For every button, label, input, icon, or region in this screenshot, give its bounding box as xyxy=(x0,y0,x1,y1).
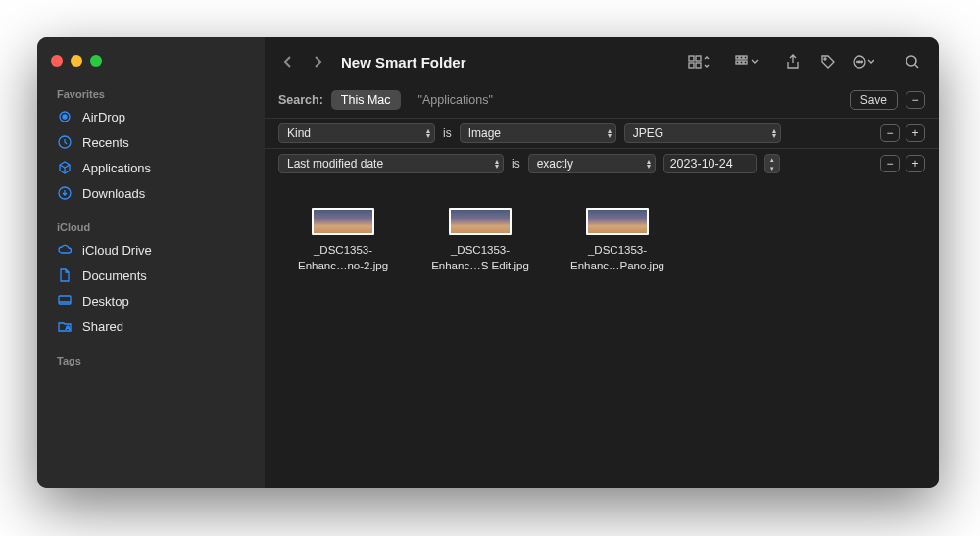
search-button[interactable] xyxy=(900,51,925,73)
svg-point-21 xyxy=(906,56,916,66)
view-icons-button[interactable] xyxy=(686,51,711,73)
sidebar-section-title: Tags xyxy=(37,349,265,370)
sidebar-item-label: Downloads xyxy=(82,186,145,201)
criteria-row: Kind ▴▾ is Image ▴▾ JPEG ▴▾ − + xyxy=(265,118,939,148)
svg-point-1 xyxy=(63,115,67,119)
criteria-value2-select[interactable]: JPEG ▴▾ xyxy=(624,123,781,143)
search-scope-row: Search: This Mac "Applications" Save − xyxy=(265,86,939,118)
sidebar-item-recents[interactable]: Recents xyxy=(37,129,265,155)
window-title: New Smart Folder xyxy=(341,54,466,71)
finder-window: Favorites AirDrop Recents Applications D… xyxy=(37,37,939,488)
stepper-down-icon[interactable]: ▾ xyxy=(765,164,779,172)
minimize-window-button[interactable] xyxy=(71,55,82,67)
group-button[interactable] xyxy=(735,51,760,73)
sidebar-item-airdrop[interactable]: AirDrop xyxy=(37,104,265,129)
sidebar-item-label: Recents xyxy=(82,135,129,150)
forward-button[interactable] xyxy=(308,52,327,72)
svg-point-19 xyxy=(858,61,860,63)
desktop-icon xyxy=(57,293,73,309)
more-button[interactable] xyxy=(851,51,876,73)
criteria-op: is xyxy=(443,126,452,140)
criteria-row: Last modified date ▴▾ is exactly ▴▾ ▴ ▾ … xyxy=(265,148,939,178)
sidebar-section-title: iCloud xyxy=(37,216,265,237)
chevron-updown-icon: ▴▾ xyxy=(772,128,776,138)
sidebar-item-shared[interactable]: Shared xyxy=(37,314,265,339)
sidebar-item-desktop[interactable]: Desktop xyxy=(37,288,265,314)
select-value: exactly xyxy=(537,157,573,171)
svg-point-20 xyxy=(861,61,863,63)
tag-button[interactable] xyxy=(815,51,841,73)
add-criteria-button[interactable]: + xyxy=(906,124,925,142)
stepper-up-icon[interactable]: ▴ xyxy=(765,155,779,164)
svg-rect-6 xyxy=(689,56,694,61)
scope-this-mac[interactable]: This Mac xyxy=(331,90,401,110)
sidebar-section-title: Favorites xyxy=(37,82,265,104)
criteria-attr-select[interactable]: Kind ▴▾ xyxy=(278,123,435,143)
chevron-updown-icon: ▴▾ xyxy=(495,159,499,169)
svg-rect-12 xyxy=(744,56,747,59)
doc-icon xyxy=(57,268,73,283)
svg-rect-9 xyxy=(696,63,701,68)
sidebar-item-label: AirDrop xyxy=(82,110,125,124)
file-label: _DSC1353-Enhanc…S Edit.jpg xyxy=(421,243,539,273)
svg-point-18 xyxy=(857,61,858,63)
sidebar-item-label: Applications xyxy=(82,161,151,175)
sidebar: Favorites AirDrop Recents Applications D… xyxy=(37,37,265,488)
criteria-value-select[interactable]: Image ▴▾ xyxy=(460,123,616,143)
svg-rect-11 xyxy=(740,56,743,59)
select-value: Last modified date xyxy=(287,157,383,171)
back-button[interactable] xyxy=(278,52,298,72)
remove-search-button[interactable]: − xyxy=(906,91,925,109)
remove-criteria-button[interactable]: − xyxy=(880,124,900,142)
remove-criteria-button[interactable]: − xyxy=(880,155,900,172)
apps-icon xyxy=(57,160,73,175)
sidebar-item-label: Shared xyxy=(82,319,123,334)
download-icon xyxy=(57,185,73,201)
svg-rect-13 xyxy=(736,61,739,64)
clock-icon xyxy=(57,134,73,150)
chevron-updown-icon: ▴▾ xyxy=(426,128,430,138)
search-label: Search: xyxy=(278,93,323,107)
save-button[interactable]: Save xyxy=(850,90,898,110)
sidebar-item-documents[interactable]: Documents xyxy=(37,263,265,288)
sidebar-item-icloud-drive[interactable]: iCloud Drive xyxy=(37,237,265,263)
close-window-button[interactable] xyxy=(51,55,63,67)
titlebar: New Smart Folder xyxy=(265,37,939,86)
sidebar-item-label: Desktop xyxy=(82,294,129,309)
scope-applications[interactable]: "Applications" xyxy=(409,90,503,110)
cloud-icon xyxy=(57,242,73,258)
svg-rect-7 xyxy=(696,56,701,61)
add-criteria-button[interactable]: + xyxy=(906,155,925,172)
file-thumbnail xyxy=(449,208,512,235)
date-stepper[interactable]: ▴ ▾ xyxy=(764,154,780,173)
svg-rect-14 xyxy=(740,61,743,64)
main-pane: New Smart Folder Search: This Mac "Appli… xyxy=(265,37,939,488)
select-value: JPEG xyxy=(633,126,663,140)
results-area: _DSC1353-Enhanc…no-2.jpg _DSC1353-Enhanc… xyxy=(265,178,939,488)
traffic-lights xyxy=(37,49,265,82)
criteria-op: is xyxy=(512,157,520,171)
chevron-updown-icon: ▴▾ xyxy=(608,128,612,138)
svg-point-16 xyxy=(824,58,826,60)
sidebar-item-label: Documents xyxy=(82,268,147,283)
zoom-window-button[interactable] xyxy=(90,55,102,67)
criteria-date-input[interactable] xyxy=(663,154,757,173)
svg-rect-4 xyxy=(59,296,71,304)
shared-icon xyxy=(57,318,73,334)
criteria-value-select[interactable]: exactly ▴▾ xyxy=(528,154,656,173)
chevron-updown-icon: ▴▾ xyxy=(647,159,651,169)
share-button[interactable] xyxy=(780,51,806,73)
airdrop-icon xyxy=(57,109,73,124)
file-item[interactable]: _DSC1353-Enhanc…no-2.jpg xyxy=(284,208,402,273)
sidebar-item-applications[interactable]: Applications xyxy=(37,155,265,180)
file-thumbnail xyxy=(586,208,649,235)
sidebar-item-label: iCloud Drive xyxy=(82,243,152,258)
svg-rect-15 xyxy=(744,61,747,64)
sidebar-item-downloads[interactable]: Downloads xyxy=(37,180,265,206)
file-item[interactable]: _DSC1353-Enhanc…Pano.jpg xyxy=(559,208,676,273)
file-label: _DSC1353-Enhanc…no-2.jpg xyxy=(284,243,402,273)
criteria-attr-select[interactable]: Last modified date ▴▾ xyxy=(278,154,504,173)
file-thumbnail xyxy=(312,208,374,235)
file-item[interactable]: _DSC1353-Enhanc…S Edit.jpg xyxy=(421,208,539,273)
svg-rect-10 xyxy=(736,56,739,59)
